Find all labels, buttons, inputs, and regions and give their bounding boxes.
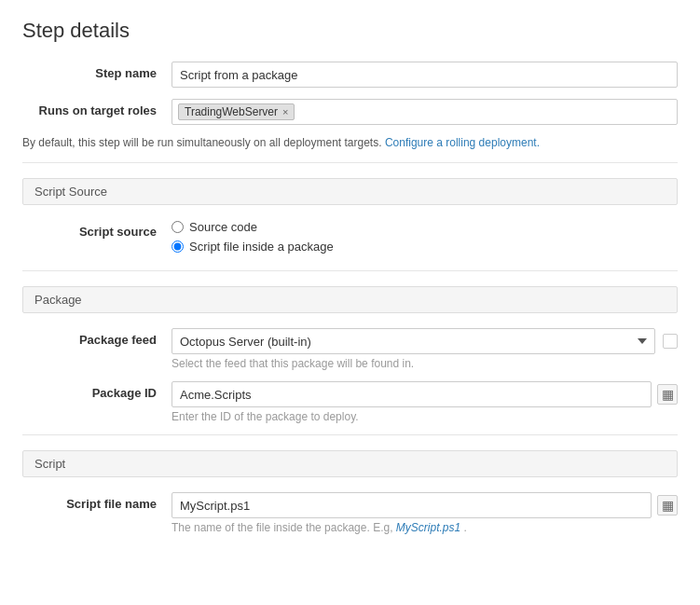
- script-file-name-input[interactable]: [172, 492, 652, 518]
- roles-control: TradingWebServer ×: [172, 99, 678, 125]
- divider-1: [22, 162, 678, 163]
- configure-rolling-link[interactable]: Configure a rolling deployment.: [385, 136, 540, 149]
- roles-label: Runs on target roles: [22, 99, 172, 117]
- package-id-hint: Enter the ID of the package to deploy.: [172, 410, 678, 423]
- role-tag: TradingWebServer ×: [178, 103, 295, 120]
- page-title: Step details: [22, 19, 678, 43]
- script-hint-highlight: MyScript.ps1: [396, 521, 460, 534]
- script-hint-suffix: .: [464, 521, 467, 534]
- package-feed-hint: Select the feed that this package will b…: [172, 357, 678, 370]
- script-source-section-header: Script Source: [22, 178, 678, 205]
- step-name-control: [172, 62, 678, 88]
- script-file-name-row: Script file name ▦ The name of the file …: [22, 492, 678, 534]
- roles-row: Runs on target roles TradingWebServer ×: [22, 99, 678, 125]
- package-section-title: Package: [34, 293, 82, 307]
- script-source-control: Source code Script file inside a package: [172, 220, 678, 259]
- script-hint-prefix: The name of the file inside the package.…: [172, 521, 392, 534]
- package-section-header: Package: [22, 286, 678, 313]
- script-source-row: Script source Source code Script file in…: [22, 220, 678, 259]
- script-file-radio-label: Script file inside a package: [189, 240, 334, 254]
- script-file-name-grid-icon[interactable]: ▦: [657, 495, 678, 516]
- step-name-label: Step name: [22, 62, 172, 80]
- package-id-input[interactable]: [172, 381, 652, 407]
- package-feed-control: Octopus Server (built-in) Select the fee…: [172, 328, 678, 370]
- roles-tag-input[interactable]: TradingWebServer ×: [172, 99, 678, 125]
- source-code-radio[interactable]: [172, 221, 184, 233]
- script-file-name-control: ▦ The name of the file inside the packag…: [172, 492, 678, 534]
- divider-2: [22, 270, 678, 271]
- divider-3: [22, 434, 678, 435]
- package-feed-label: Package feed: [22, 328, 172, 347]
- package-id-control: ▦ Enter the ID of the package to deploy.: [172, 381, 678, 423]
- package-id-grid-icon[interactable]: ▦: [657, 384, 678, 405]
- rolling-deployment-info: By default, this step will be run simult…: [22, 136, 678, 149]
- source-code-radio-label: Source code: [189, 220, 257, 234]
- script-source-label: Script source: [22, 220, 172, 239]
- role-tag-label: TradingWebServer: [185, 105, 278, 118]
- script-source-radio-group: Source code Script file inside a package: [172, 220, 678, 259]
- script-file-name-hint: The name of the file inside the package.…: [172, 521, 678, 534]
- script-section-title: Script: [34, 457, 65, 471]
- script-source-section-title: Script Source: [34, 185, 107, 199]
- script-file-radio-row: Script file inside a package: [172, 240, 678, 254]
- package-feed-row: Package feed Octopus Server (built-in) S…: [22, 328, 678, 370]
- script-file-radio[interactable]: [172, 241, 184, 253]
- role-tag-remove[interactable]: ×: [282, 106, 288, 117]
- package-feed-select[interactable]: Octopus Server (built-in): [172, 328, 655, 354]
- package-id-input-wrapper: ▦: [172, 381, 678, 407]
- package-id-row: Package ID ▦ Enter the ID of the package…: [22, 381, 678, 423]
- info-prefix: By default, this step will be run simult…: [22, 136, 382, 149]
- step-name-input[interactable]: [172, 62, 678, 88]
- script-section-header: Script: [22, 450, 678, 477]
- package-id-label: Package ID: [22, 381, 172, 400]
- step-name-row: Step name: [22, 62, 678, 88]
- script-file-name-input-wrapper: ▦: [172, 492, 678, 518]
- source-code-radio-row: Source code: [172, 220, 678, 234]
- script-file-name-label: Script file name: [22, 492, 172, 511]
- package-feed-checkbox[interactable]: [663, 334, 678, 349]
- package-feed-select-wrapper: Octopus Server (built-in): [172, 328, 678, 354]
